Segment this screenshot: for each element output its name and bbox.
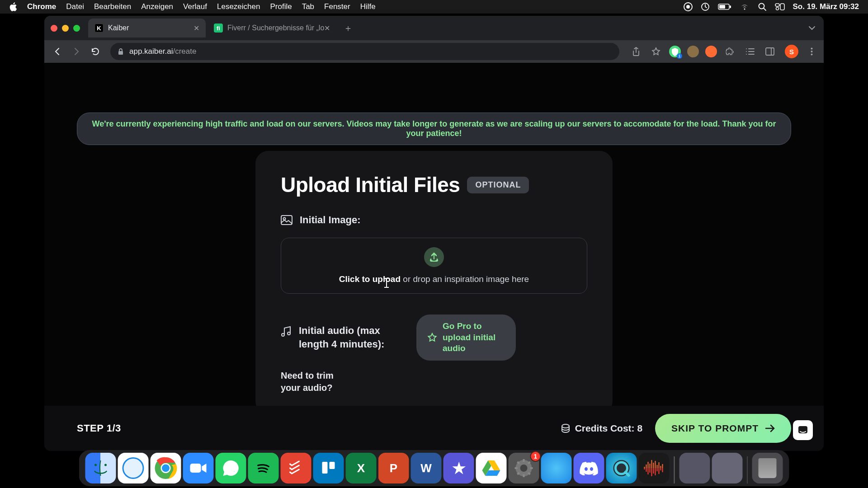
- url-path: /create: [173, 47, 196, 56]
- menu-datei[interactable]: Datei: [66, 2, 84, 11]
- svg-rect-15: [281, 216, 292, 225]
- dock-app-recent-1[interactable]: [679, 453, 710, 483]
- menubar-datetime[interactable]: So. 19. März 09:32: [793, 2, 859, 11]
- tab-title: Fiverr / Suchergebnisse für „lo: [227, 24, 324, 32]
- dock-audio-app[interactable]: [639, 453, 670, 483]
- menu-bearbeiten[interactable]: Bearbeiten: [94, 2, 131, 11]
- control-center-icon[interactable]: [775, 3, 785, 10]
- svg-rect-7: [775, 4, 779, 6]
- image-icon: [281, 214, 292, 226]
- menu-fenster[interactable]: Fenster: [324, 2, 350, 11]
- dock-imovie[interactable]: ★: [443, 453, 474, 483]
- sidepanel-icon[interactable]: [763, 45, 777, 58]
- svg-point-22: [124, 459, 143, 478]
- address-bar[interactable]: app.kaiber.ai/create: [110, 43, 619, 60]
- reading-list-icon[interactable]: [743, 45, 757, 58]
- new-tab-button[interactable]: ＋: [344, 22, 353, 34]
- menu-hilfe[interactable]: Hilfe: [360, 2, 376, 11]
- svg-rect-11: [766, 48, 774, 55]
- chrome-menu-icon[interactable]: [805, 45, 818, 58]
- dock-trash[interactable]: [752, 453, 783, 483]
- svg-point-25: [162, 465, 170, 472]
- dock-discord[interactable]: [574, 453, 604, 483]
- card-title: Upload Initial Files: [281, 173, 460, 197]
- dock-siri[interactable]: [541, 453, 572, 483]
- trim-audio-link[interactable]: Need to trim your audio?: [281, 370, 353, 394]
- svg-point-9: [776, 7, 778, 10]
- tab-strip: K Kaiber ✕ fi Fiverr / Suchergebnisse fü…: [44, 16, 824, 40]
- close-window-button[interactable]: [51, 25, 57, 32]
- dock-finder[interactable]: [85, 453, 116, 483]
- extension-3-icon[interactable]: [705, 46, 717, 57]
- audio-section: Initial audio (max length 4 minutes): Go…: [281, 314, 587, 394]
- upload-icon: [424, 247, 444, 267]
- chrome-window: K Kaiber ✕ fi Fiverr / Suchergebnisse fü…: [44, 16, 824, 451]
- menu-lesezeichen[interactable]: Lesezeichen: [217, 2, 260, 11]
- extension-shield-icon[interactable]: 1: [669, 46, 681, 57]
- dock-todoist[interactable]: [281, 453, 311, 483]
- dock-trello[interactable]: [313, 453, 344, 483]
- skip-to-prompt-button[interactable]: SKIP TO PROMPT: [655, 414, 791, 443]
- dock-zoom[interactable]: [183, 453, 214, 483]
- arrow-right-icon: [765, 424, 775, 432]
- music-note-icon: [281, 326, 292, 338]
- image-dropzone[interactable]: Click to upload or drop an inspiration i…: [281, 238, 587, 294]
- tab-overflow-icon[interactable]: [808, 26, 816, 30]
- menu-tab[interactable]: Tab: [302, 2, 314, 11]
- extension-2-icon[interactable]: [687, 46, 699, 57]
- minimize-window-button[interactable]: [62, 25, 69, 32]
- svg-point-12: [811, 48, 812, 50]
- settings-badge: 1: [530, 451, 541, 462]
- svg-point-20: [104, 464, 107, 466]
- profile-avatar[interactable]: S: [785, 45, 798, 58]
- battery-icon[interactable]: [718, 4, 731, 10]
- timer-icon[interactable]: [701, 2, 710, 11]
- bookmark-star-icon[interactable]: [649, 45, 663, 58]
- forward-button[interactable]: [69, 44, 84, 59]
- dock-google-drive[interactable]: [476, 453, 507, 483]
- macos-menubar: Chrome Datei Bearbeiten Anzeigen Verlauf…: [0, 0, 868, 14]
- initial-image-label: Initial Image:: [281, 214, 587, 226]
- star-icon: [427, 333, 437, 343]
- back-button[interactable]: [50, 44, 65, 59]
- menu-verlauf[interactable]: Verlauf: [183, 2, 207, 11]
- reload-button[interactable]: [88, 44, 103, 59]
- dock-separator: [674, 456, 675, 483]
- dock-quicktime[interactable]: [606, 453, 637, 483]
- intercom-chat-button[interactable]: [793, 420, 813, 440]
- share-icon[interactable]: [629, 45, 643, 58]
- dock-system-settings[interactable]: 1: [509, 453, 539, 483]
- tab-fiverr[interactable]: fi Fiverr / Suchergebnisse für „lo ✕: [208, 19, 336, 38]
- footer-bar: STEP 1/3 Credits Cost: 8 SKIP TO PROMPT: [44, 406, 824, 451]
- apple-logo-icon[interactable]: [9, 2, 17, 11]
- optional-badge: OPTIONAL: [467, 177, 529, 193]
- screen-record-icon[interactable]: [684, 2, 693, 11]
- dock-chrome[interactable]: [151, 453, 181, 483]
- menu-profile[interactable]: Profile: [270, 2, 292, 11]
- dock-powerpoint[interactable]: P: [378, 453, 409, 483]
- menu-anzeigen[interactable]: Anzeigen: [141, 2, 173, 11]
- upload-card: Upload Initial Files OPTIONAL Initial Im…: [255, 151, 613, 414]
- svg-point-13: [811, 51, 812, 52]
- search-icon[interactable]: [758, 2, 767, 11]
- step-indicator: STEP 1/3: [77, 422, 121, 434]
- go-pro-button[interactable]: Go Pro to upload initial audio: [416, 314, 516, 361]
- svg-point-17: [562, 424, 569, 428]
- wifi-icon[interactable]: [740, 3, 750, 10]
- extensions-puzzle-icon[interactable]: [723, 45, 737, 58]
- dock-app-recent-2[interactable]: [712, 453, 742, 483]
- menubar-app-name[interactable]: Chrome: [27, 2, 56, 11]
- close-tab-icon[interactable]: ✕: [324, 24, 330, 33]
- window-controls: [51, 25, 80, 32]
- dock-excel[interactable]: X: [346, 453, 377, 483]
- dock-spotify[interactable]: [248, 453, 279, 483]
- dock-safari[interactable]: [118, 453, 149, 483]
- dock-whatsapp[interactable]: [216, 453, 246, 483]
- dock-word[interactable]: W: [411, 453, 442, 483]
- initial-audio-label: Initial audio (max length 4 minutes):: [281, 324, 407, 351]
- close-tab-icon[interactable]: ✕: [193, 24, 199, 33]
- tab-title: Kaiber: [108, 24, 129, 32]
- tab-kaiber[interactable]: K Kaiber ✕: [88, 19, 206, 38]
- maximize-window-button[interactable]: [73, 25, 80, 32]
- svg-point-19: [94, 464, 97, 466]
